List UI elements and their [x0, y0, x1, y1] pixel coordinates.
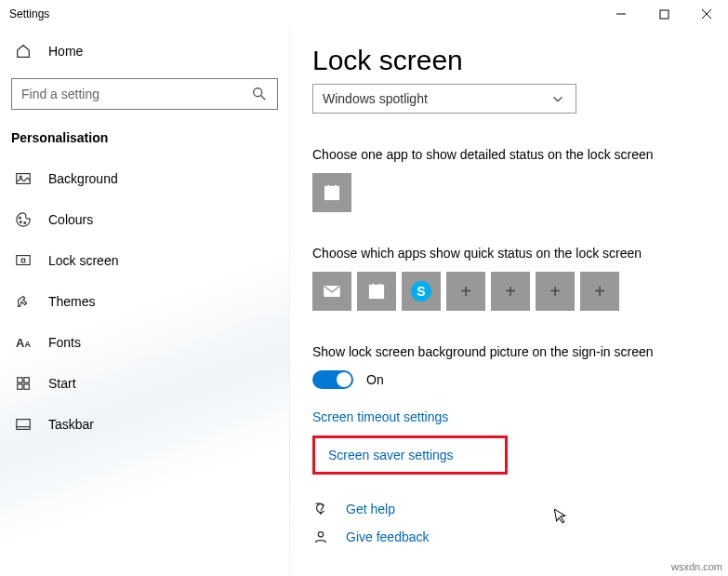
- svg-rect-15: [18, 384, 22, 389]
- quick-app-mail[interactable]: [312, 272, 351, 311]
- sidebar-item-themes[interactable]: Themes: [0, 281, 289, 322]
- picture-icon: [15, 170, 32, 187]
- svg-rect-1: [660, 10, 668, 19]
- plus-icon: +: [594, 281, 605, 302]
- svg-point-9: [20, 221, 21, 223]
- search-input[interactable]: [11, 78, 278, 110]
- quick-app-skype[interactable]: S: [402, 272, 441, 311]
- nav-home[interactable]: Home: [0, 33, 289, 69]
- detailed-app-tile[interactable]: [312, 173, 351, 212]
- sidebar-item-taskbar[interactable]: Taskbar: [0, 404, 289, 445]
- quick-status-label: Choose which apps show quick status on t…: [312, 246, 728, 261]
- get-help-label: Get help: [346, 502, 395, 516]
- close-button[interactable]: [685, 0, 728, 28]
- sidebar: Home Personalisation Background Colours …: [0, 28, 290, 576]
- quick-app-add-2[interactable]: +: [491, 272, 530, 311]
- sidebar-item-label: Lock screen: [48, 253, 118, 268]
- quick-app-calendar[interactable]: [357, 272, 396, 311]
- sidebar-item-label: Start: [48, 376, 76, 391]
- svg-point-28: [318, 532, 323, 537]
- start-icon: [15, 375, 32, 392]
- sidebar-item-fonts[interactable]: AA Fonts: [0, 322, 289, 363]
- skype-icon: S: [411, 281, 431, 301]
- plus-icon: +: [460, 281, 471, 302]
- highlight-frame: Screen saver settings: [312, 435, 508, 475]
- sidebar-item-label: Background: [48, 171, 118, 186]
- background-dropdown[interactable]: Windows spotlight: [312, 84, 576, 114]
- quick-app-add-3[interactable]: +: [536, 272, 575, 311]
- sidebar-item-start[interactable]: Start: [0, 363, 289, 404]
- sidebar-item-label: Fonts: [48, 335, 81, 350]
- svg-rect-11: [17, 256, 30, 265]
- svg-rect-17: [17, 420, 30, 430]
- get-help-row[interactable]: Get help: [312, 495, 728, 523]
- maximize-button[interactable]: [642, 0, 685, 28]
- svg-rect-23: [370, 286, 384, 299]
- watermark: wsxdn.com: [671, 561, 722, 572]
- svg-point-4: [254, 88, 262, 97]
- detailed-status-label: Choose one app to show detailed status o…: [312, 147, 728, 162]
- sidebar-item-label: Colours: [48, 212, 93, 227]
- window-title: Settings: [9, 7, 49, 20]
- search-field[interactable]: [21, 87, 251, 101]
- main-content: Lock screen Windows spotlight Choose one…: [290, 28, 728, 576]
- signin-bg-label: Show lock screen background picture on t…: [312, 344, 728, 359]
- titlebar: Settings: [0, 0, 728, 28]
- give-feedback-row[interactable]: Give feedback: [312, 523, 728, 551]
- sidebar-item-label: Themes: [48, 294, 96, 309]
- signin-bg-toggle[interactable]: [312, 370, 353, 389]
- page-title: Lock screen: [312, 45, 728, 76]
- svg-point-10: [24, 222, 26, 224]
- svg-rect-12: [21, 259, 25, 262]
- sidebar-section-header: Personalisation: [0, 127, 289, 158]
- lock-screen-icon: [15, 252, 32, 269]
- sidebar-item-background[interactable]: Background: [0, 158, 289, 199]
- link-screen-saver[interactable]: Screen saver settings: [328, 448, 492, 462]
- help-icon: [312, 501, 329, 517]
- search-icon: [251, 86, 268, 102]
- sidebar-item-label: Taskbar: [48, 417, 94, 432]
- nav-home-label: Home: [48, 44, 83, 59]
- svg-point-8: [20, 217, 21, 219]
- svg-rect-13: [18, 378, 22, 382]
- home-icon: [15, 43, 32, 60]
- themes-icon: [15, 293, 32, 310]
- svg-rect-19: [325, 187, 339, 200]
- svg-rect-14: [24, 378, 29, 382]
- svg-point-7: [20, 176, 21, 178]
- svg-line-5: [261, 96, 266, 100]
- chevron-down-icon: [549, 90, 566, 107]
- link-screen-timeout[interactable]: Screen timeout settings: [312, 402, 728, 432]
- taskbar-icon: [15, 416, 32, 433]
- sidebar-item-colours[interactable]: Colours: [0, 199, 289, 240]
- quick-app-add-1[interactable]: +: [446, 272, 485, 311]
- window-controls: [600, 0, 728, 28]
- plus-icon: +: [505, 281, 516, 302]
- toggle-state-label: On: [366, 372, 384, 387]
- fonts-icon: AA: [15, 334, 32, 351]
- sidebar-item-lock-screen[interactable]: Lock screen: [0, 240, 289, 281]
- svg-rect-16: [24, 384, 29, 389]
- palette-icon: [15, 211, 32, 228]
- give-feedback-label: Give feedback: [346, 529, 430, 544]
- quick-app-add-4[interactable]: +: [580, 272, 619, 311]
- minimize-button[interactable]: [600, 0, 642, 28]
- feedback-icon: [312, 529, 329, 545]
- plus-icon: +: [549, 281, 561, 302]
- dropdown-value: Windows spotlight: [323, 91, 428, 106]
